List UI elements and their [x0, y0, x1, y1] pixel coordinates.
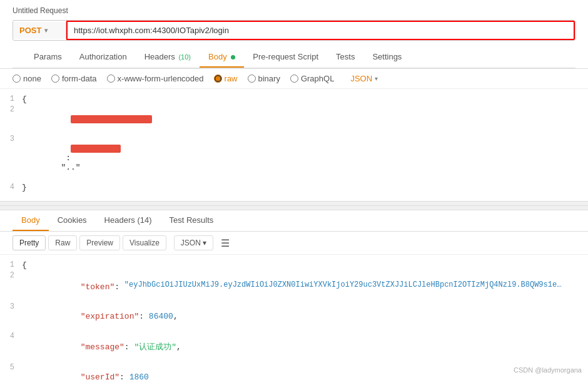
request-body-editor[interactable]: 1 { 2 3 : ".." 4 } — [0, 89, 588, 202]
tab-body[interactable]: Body — [200, 47, 244, 68]
format-raw-btn[interactable]: Raw — [48, 235, 77, 250]
response-line-2: 2 "token": "eyJhbGciOiJIUzUxMiJ9.eyJzdWI… — [0, 270, 588, 302]
response-format-selector[interactable]: JSON ▾ — [174, 235, 213, 250]
response-format-label: JSON — [181, 239, 201, 247]
response-tab-body[interactable]: Body — [13, 210, 49, 231]
format-preview-btn[interactable]: Preview — [79, 235, 120, 250]
method-label: POST — [19, 26, 41, 35]
url-input[interactable] — [66, 21, 575, 40]
response-body-viewer: 1 { 2 "token": "eyJhbGciOiJIUzUxMiJ9.eyJ… — [0, 255, 588, 380]
body-dot-badge — [231, 55, 235, 59]
request-title: Untitled Request — [13, 6, 575, 15]
code-line-1: 1 { — [0, 94, 588, 105]
request-nav-tabs: Params Authorization Headers (10) Body P… — [13, 47, 575, 68]
format-label: JSON — [350, 74, 372, 83]
option-x-www-form-urlencoded[interactable]: x-www-form-urlencoded — [107, 74, 204, 83]
redacted-block — [71, 115, 152, 123]
watermark: CSDN @ladymorgana — [514, 366, 582, 374]
code-line-4: 4 } — [0, 182, 588, 193]
option-form-data[interactable]: form-data — [51, 74, 97, 83]
response-section: Body Cookies Headers (14) Test Results P… — [0, 210, 588, 380]
option-none[interactable]: none — [13, 74, 41, 83]
response-format-chevron-icon: ▾ — [203, 239, 206, 247]
tab-pre-request-script[interactable]: Pre-request Script — [244, 47, 327, 68]
app-container: Untitled Request POST ▾ Params Authoriza… — [0, 0, 588, 380]
url-bar: POST ▾ — [13, 20, 575, 41]
format-visualize-btn[interactable]: Visualize — [123, 235, 166, 250]
response-tab-test-results[interactable]: Test Results — [161, 210, 223, 231]
response-line-5: 5 "userId": 1860 — [0, 362, 588, 380]
method-chevron-icon: ▾ — [44, 27, 48, 34]
response-tab-cookies[interactable]: Cookies — [49, 210, 96, 231]
body-options-bar: none form-data x-www-form-urlencoded raw… — [0, 69, 588, 89]
wrap-icon[interactable]: ☰ — [221, 237, 230, 249]
tab-authorization[interactable]: Authorization — [71, 47, 136, 68]
response-line-3: 3 "expiration": 86400, — [0, 302, 588, 331]
format-chevron-icon: ▾ — [375, 75, 378, 82]
response-format-bar: Pretty Raw Preview Visualize JSON ▾ ☰ — [0, 232, 588, 255]
option-binary[interactable]: binary — [248, 74, 280, 83]
headers-badge: (10) — [178, 53, 191, 61]
response-tab-headers[interactable]: Headers (14) — [96, 210, 161, 231]
format-selector[interactable]: JSON ▾ — [350, 74, 378, 83]
code-line-2: 2 — [0, 105, 588, 134]
option-raw[interactable]: raw — [214, 74, 238, 83]
code-line-3: 3 : ".." — [0, 134, 588, 182]
tab-settings[interactable]: Settings — [363, 47, 410, 68]
format-pretty-btn[interactable]: Pretty — [13, 235, 46, 250]
tab-tests[interactable]: Tests — [327, 47, 363, 68]
response-line-1: 1 { — [0, 260, 588, 270]
tab-params[interactable]: Params — [25, 47, 71, 68]
tab-headers[interactable]: Headers (10) — [136, 47, 200, 68]
response-line-4: 4 "message": "认证成功", — [0, 331, 588, 362]
method-dropdown[interactable]: POST ▾ — [13, 22, 66, 39]
section-divider — [0, 205, 588, 210]
redacted-block-2 — [71, 145, 121, 153]
response-nav-tabs: Body Cookies Headers (14) Test Results — [0, 210, 588, 232]
option-graphql[interactable]: GraphQL — [290, 74, 334, 83]
response-headers-badge: (14) — [137, 215, 151, 225]
request-section: Untitled Request POST ▾ Params Authoriza… — [0, 0, 588, 69]
